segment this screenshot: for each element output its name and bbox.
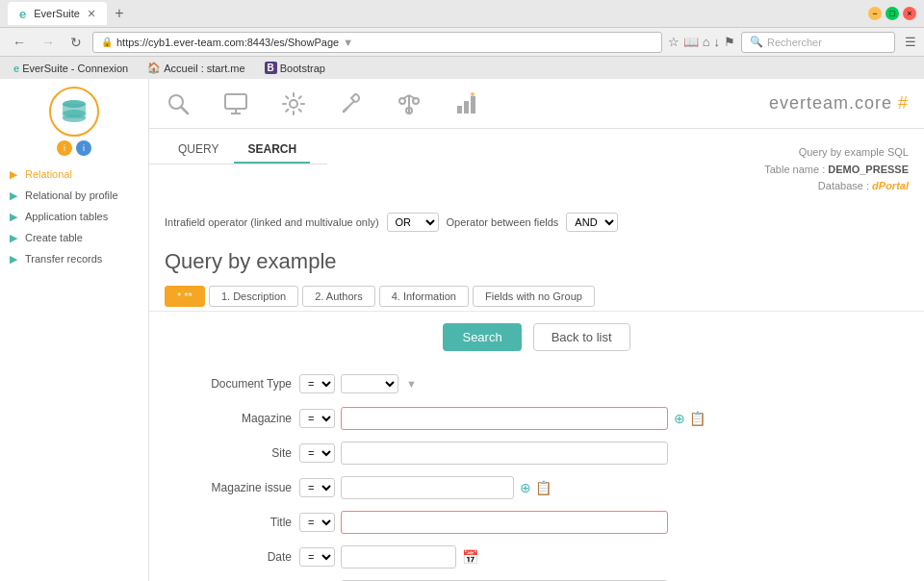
bookmark-eversuite-label: EverSuite - Connexion [22, 63, 128, 74]
sidebar-item-relational[interactable]: ▶ Relational [0, 164, 148, 185]
date-input[interactable] [341, 545, 456, 568]
tab-pill-information[interactable]: 4. Information [379, 286, 469, 307]
svg-point-16 [413, 98, 419, 104]
home-icon[interactable]: ⌂ [703, 35, 710, 49]
between-fields-select[interactable]: AND OR [566, 213, 618, 232]
toolbar-search[interactable] [165, 90, 192, 117]
tab-pill-all[interactable]: * ** [165, 286, 205, 307]
toolbar-tools[interactable] [338, 90, 365, 117]
app-container: i i ▶ Relational ▶ Relational by profile… [0, 79, 924, 581]
main-content: QUERY SEARCH Query by example SQL Table … [149, 129, 924, 581]
tab-pill-authors[interactable]: 2. Authors [302, 286, 375, 307]
date-label: Date [165, 550, 299, 564]
toolbar-fork[interactable] [396, 90, 423, 117]
magazine-input[interactable] [341, 407, 668, 430]
close-button[interactable]: × [903, 7, 916, 20]
magazine-issue-input[interactable] [341, 476, 514, 499]
tab-close-button[interactable]: × [88, 6, 95, 21]
magazine-issue-icons: ⊕ 📋 [520, 480, 552, 495]
content-tabs: QUERY SEARCH [149, 129, 327, 164]
menu-icon[interactable]: ☰ [905, 35, 916, 49]
title-input[interactable] [341, 511, 668, 534]
sidebar-logo [49, 87, 99, 137]
arrow-icon: ▶ [8, 232, 19, 243]
magazine-issue-label: Magazine issue [165, 481, 299, 494]
tab-search[interactable]: SEARCH [234, 137, 310, 164]
bookmarks-bar: e EverSuite - Connexion 🏠 Accueil : star… [0, 56, 924, 79]
magazine-icons: ⊕ 📋 [674, 411, 706, 426]
bookmark-eversuite[interactable]: e EverSuite - Connexion [8, 61, 134, 76]
download-icon[interactable]: ↓ [714, 35, 721, 49]
address-bar-icons: ☆ 📖 ⌂ ↓ ⚑ [668, 35, 735, 49]
document-type-value-select[interactable] [341, 374, 398, 393]
search-button[interactable]: Search [443, 323, 521, 351]
bookmark-bootstrap-label: Bootstrap [280, 63, 325, 74]
sidebar-item-transfer-records-label: Transfer records [25, 253, 102, 265]
date-calendar-icon[interactable]: 📅 [462, 549, 478, 565]
form-fields: Document Type = ▼ Magazine = ⊕ 📋 [149, 363, 924, 581]
sidebar-nav: ▶ Relational ▶ Relational by profile ▶ A… [0, 164, 148, 269]
arrow-icon: ▶ [8, 253, 19, 265]
sidebar-item-application-tables[interactable]: ▶ Application tables [0, 206, 148, 227]
new-tab-button[interactable]: + [115, 5, 123, 22]
magazine-list-icon[interactable]: 📋 [689, 411, 706, 426]
sidebar-status-icons: i i [57, 140, 91, 156]
field-keywords-row: Keywords = 📋 [149, 574, 924, 581]
sidebar-orange-icon[interactable]: i [57, 140, 72, 156]
magazine-add-icon[interactable]: ⊕ [674, 411, 685, 426]
bookmark-bootstrap[interactable]: B Bootstrap [259, 60, 331, 76]
brand-name: everteam.core # [769, 93, 909, 114]
toolbar-settings[interactable] [280, 90, 307, 117]
tab-query[interactable]: QUERY [165, 137, 232, 164]
table-info: Table name : DEMO_PRESSE [764, 162, 909, 179]
title-op[interactable]: = [299, 513, 335, 532]
document-type-dropdown-arrow[interactable]: ▼ [406, 378, 417, 390]
back-nav-button[interactable]: ← [8, 33, 31, 52]
flag-icon[interactable]: ⚑ [724, 35, 735, 49]
document-type-op[interactable]: = [299, 374, 335, 393]
browser-search-bar[interactable]: 🔍 Rechercher [741, 32, 895, 53]
between-fields-label: Operator between fields [447, 216, 559, 228]
sidebar-item-create-table[interactable]: ▶ Create table [0, 227, 148, 248]
magazine-issue-add-icon[interactable]: ⊕ [520, 480, 531, 495]
back-to-list-button[interactable]: Back to list [533, 323, 630, 351]
url-text: https://cyb1.ever-team.com:8443/es/ShowP… [116, 37, 339, 48]
svg-point-10 [290, 100, 297, 108]
tab-pill-fields-no-group[interactable]: Fields with no Group [473, 286, 595, 307]
svg-point-4 [63, 114, 86, 122]
window-controls: − □ × [868, 7, 916, 20]
tab-pill-description[interactable]: 1. Description [209, 286, 298, 307]
minimize-button[interactable]: − [868, 7, 882, 20]
reader-icon[interactable]: 📖 [683, 35, 699, 49]
maximize-button[interactable]: □ [886, 7, 899, 20]
sidebar-item-create-table-label: Create table [25, 232, 83, 243]
sidebar-blue-icon[interactable]: i [76, 140, 91, 156]
date-op[interactable]: = [299, 547, 335, 567]
bookmark-accueil[interactable]: 🏠 Accueil : start.me [141, 60, 250, 76]
field-date-row: Date = 📅 [149, 540, 924, 574]
magazine-op[interactable]: = [299, 409, 335, 428]
svg-rect-18 [457, 106, 462, 114]
date-icons: 📅 [462, 549, 478, 565]
browser-tab[interactable]: e EverSuite × [8, 2, 107, 25]
brand-hash: # [898, 93, 909, 113]
site-label: Site [165, 446, 299, 460]
bookmark-star-icon[interactable]: ☆ [668, 35, 680, 49]
toolbar-chart[interactable] [453, 90, 480, 117]
svg-rect-7 [225, 94, 246, 109]
field-site-row: Site = [149, 436, 924, 470]
sidebar-item-relational-by-profile[interactable]: ▶ Relational by profile [0, 185, 148, 206]
refresh-button[interactable]: ↻ [65, 33, 87, 52]
site-op[interactable]: = [299, 443, 335, 463]
url-bar[interactable]: 🔒 https://cyb1.ever-team.com:8443/es/Sho… [92, 32, 662, 53]
sidebar-item-transfer-records[interactable]: ▶ Transfer records [0, 248, 148, 269]
infield-operator-select[interactable]: OR AND [387, 213, 439, 232]
magazine-issue-op[interactable]: = [299, 478, 335, 497]
toolbar-monitor[interactable] [222, 90, 249, 117]
forward-nav-button[interactable]: → [37, 33, 60, 52]
tab-title: EverSuite [34, 8, 80, 19]
field-title-row: Title = [149, 505, 924, 540]
field-magazine-row: Magazine = ⊕ 📋 [149, 401, 924, 436]
site-input[interactable] [341, 442, 668, 465]
magazine-issue-list-icon[interactable]: 📋 [535, 480, 552, 495]
